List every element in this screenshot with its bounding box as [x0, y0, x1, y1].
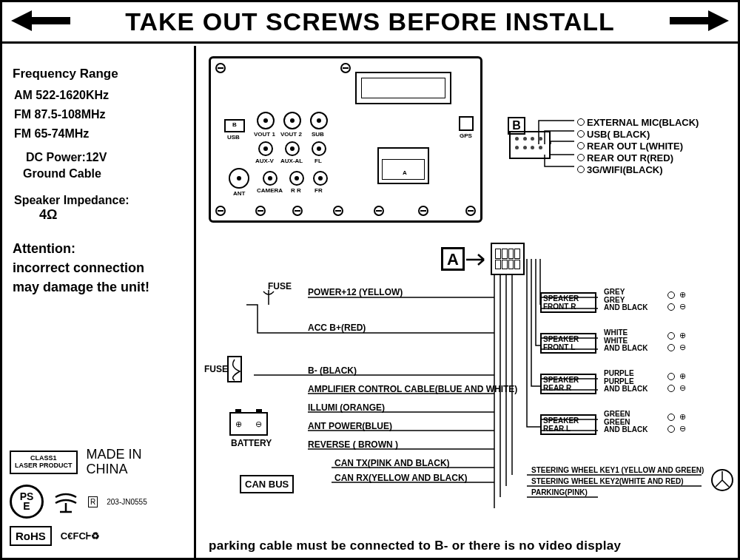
- ground-icon: [53, 488, 79, 515]
- wire-acc: ACC B+(RED): [308, 323, 366, 333]
- parking-wire: PARKING(PINK): [531, 488, 588, 496]
- speaker-fr-box: SPEAKERFRONT R: [540, 292, 596, 313]
- left-column: Frequency Range AM 522-1620KHz FM 87.5-1…: [2, 46, 196, 558]
- speaker-rl-box: SPEAKERREAR L: [540, 414, 596, 435]
- speaker-rl-colors: GREENGREENAND BLACK: [604, 411, 648, 434]
- speaker-impedance: Speaker Impedance:: [14, 194, 186, 207]
- wire-power12: POWER+12 (YELLOW): [308, 287, 403, 297]
- canbus-box: CAN BUS: [240, 475, 294, 493]
- class1-laser-badge: CLASS1 LASER PRODUCT: [10, 451, 78, 474]
- attention-text: Attention: incorrect connection may dama…: [13, 239, 186, 297]
- wire-bminus: B- (BLACK): [308, 365, 357, 376]
- wire-cantx: CAN TX(PINK AND BLACK): [334, 458, 450, 468]
- battery-label: BATTERY: [231, 438, 272, 448]
- arrow-left-icon: [11, 10, 70, 34]
- wire-reverse: REVERSE ( BROWN ): [308, 439, 398, 450]
- speaker-fr-colors: GREYGREYAND BLACK: [604, 289, 648, 312]
- attn-l2: incorrect connection: [13, 258, 186, 277]
- header-title: TAKE OUT SCREWS BEFORE INSTALL: [125, 7, 615, 36]
- attn-l3: may damage the unit!: [13, 277, 186, 297]
- steering-wheel-icon: [711, 469, 733, 491]
- right-column: B USB VOUT 1 VOUT 2 SUB AUX-V AUX-AL FL …: [198, 46, 738, 558]
- header: TAKE OUT SCREWS BEFORE INSTALL: [2, 2, 738, 44]
- speaker-fl-box: SPEAKERFRONT L: [540, 333, 596, 354]
- sw-key2: STEERING WHEEL KEY2(WHITE AND RED): [531, 477, 684, 485]
- freq-fm1: FM 87.5-108MHz: [14, 108, 186, 121]
- speaker-rr-box: SPEAKERREAR R: [540, 374, 596, 394]
- pse-badge: PS E: [10, 485, 44, 519]
- freq-am: AM 522-1620KHz: [14, 89, 186, 102]
- wire-canrx: CAN RX(YELLOW AND BLACK): [334, 473, 468, 483]
- r-code: 203-JN0555: [107, 498, 147, 506]
- attn-l1: Attention:: [13, 239, 186, 258]
- main: Frequency Range AM 522-1620KHz FM 87.5-1…: [2, 46, 738, 558]
- cert-icons: C€FCᎰ♻: [61, 530, 100, 542]
- badges-area: CLASS1 LASER PRODUCT MADE IN CHINA PS E …: [10, 448, 186, 553]
- arrow-right-icon: [670, 10, 729, 34]
- sw-key1: STEERING WHEEL KEY1 (YELLOW AND GREEN): [531, 466, 704, 474]
- fuse-2-label: FUSE: [204, 364, 228, 374]
- battery-icon: ⊕ ⊖: [229, 412, 268, 436]
- dc-power: DC Power:12V: [26, 151, 186, 164]
- bottom-note: parking cable must be connected to B- or…: [209, 539, 621, 553]
- svg-marker-1: [670, 10, 729, 31]
- svg-marker-0: [11, 10, 70, 31]
- rohs-badge: RoHS: [10, 526, 52, 546]
- fuse-1-label: FUSE: [268, 281, 292, 291]
- wire-antpower: ANT POWER(BLUE): [308, 421, 392, 431]
- freq-fm2: FM 65-74MHz: [14, 127, 186, 141]
- r-badge: R: [88, 496, 98, 507]
- wire-illumi: ILLUMI (ORANGE): [308, 402, 385, 413]
- page: TAKE OUT SCREWS BEFORE INSTALL Frequency…: [0, 0, 740, 560]
- speaker-fl-colors: WHITEWHITEAND BLACK: [604, 329, 648, 353]
- wire-amp: AMPLIFIER CONTROL CABLE(BLUE AND WHITE): [308, 384, 517, 394]
- freq-range-title: Frequency Range: [13, 67, 186, 81]
- ground-cable: Ground Cable: [23, 167, 186, 181]
- made-in-china: MADE IN CHINA: [87, 448, 142, 477]
- speaker-rr-colors: PURPLEPURPLEAND BLACK: [604, 370, 648, 394]
- impedance-value: 4Ω: [39, 207, 186, 223]
